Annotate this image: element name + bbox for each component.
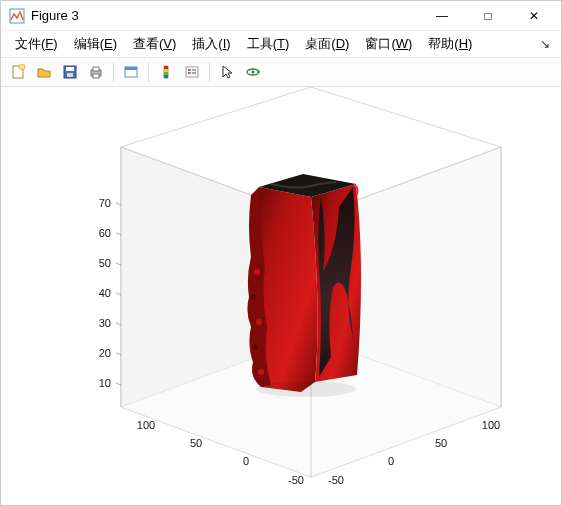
menu-insert[interactable]: 插入(I) [184,33,238,55]
svg-rect-0 [9,8,25,24]
svg-text:0: 0 [243,455,249,467]
svg-text:50: 50 [435,437,447,449]
svg-point-35 [256,319,262,325]
svg-text:50: 50 [99,257,111,269]
pointer-icon [219,64,235,80]
toolbar [1,57,561,87]
surface-object [247,174,361,397]
svg-text:70: 70 [99,197,111,209]
svg-text:30: 30 [99,317,111,329]
svg-text:-50: -50 [288,474,304,486]
svg-line-49 [116,293,121,295]
insert-colorbar-button[interactable] [154,60,178,84]
print-icon [88,64,104,80]
menu-window[interactable]: 窗口(W) [357,33,420,55]
svg-line-48 [116,323,121,325]
toolbar-separator [113,62,114,82]
svg-point-34 [251,295,256,300]
toolbar-separator [148,62,149,82]
menu-edit[interactable]: 编辑(E) [66,33,125,55]
menubar: 文件(F) 编辑(E) 查看(V) 插入(I) 工具(T) 桌面(D) 窗口(W… [1,31,561,57]
axes-3d[interactable]: 10 20 30 40 50 60 70 100 50 0 -50 [1,87,561,505]
menu-tools[interactable]: 工具(T) [239,33,298,55]
svg-line-47 [116,353,121,355]
legend-icon [184,64,200,80]
svg-point-36 [253,345,258,350]
close-button[interactable]: ✕ [511,1,557,31]
svg-point-33 [254,269,260,275]
svg-point-23 [252,71,255,74]
svg-text:50: 50 [190,437,202,449]
svg-line-52 [116,203,121,205]
print-button[interactable] [84,60,108,84]
svg-text:100: 100 [137,419,155,431]
save-icon [62,64,78,80]
svg-line-51 [116,233,121,235]
svg-point-3 [19,64,25,70]
svg-line-50 [116,263,121,265]
new-figure-button[interactable] [6,60,30,84]
figure-window: Figure 3 — □ ✕ 文件(F) 编辑(E) 查看(V) 插入(I) 工… [0,0,562,506]
svg-rect-16 [164,75,168,78]
minimize-button[interactable]: — [419,1,465,31]
window-title: Figure 3 [31,8,419,23]
svg-text:60: 60 [99,227,111,239]
svg-text:0: 0 [388,455,394,467]
svg-rect-5 [66,67,74,71]
menu-view[interactable]: 查看(V) [125,33,184,55]
menu-help[interactable]: 帮助(H) [420,33,480,55]
rotate-3d-button[interactable] [241,60,265,84]
rotate-3d-icon [245,64,261,80]
svg-rect-14 [164,69,168,72]
data-cursor-icon [123,64,139,80]
svg-line-46 [116,383,121,385]
titlebar[interactable]: Figure 3 — □ ✕ [1,1,561,31]
app-icon [9,8,25,24]
save-button[interactable] [58,60,82,84]
menu-overflow-icon[interactable]: ↘ [535,37,555,51]
svg-rect-15 [164,72,168,75]
svg-text:40: 40 [99,287,111,299]
new-figure-icon [10,64,26,80]
maximize-button[interactable]: □ [465,1,511,31]
svg-rect-6 [67,73,73,77]
svg-rect-9 [93,74,99,78]
edit-plot-button[interactable] [215,60,239,84]
svg-rect-17 [186,67,198,77]
colorbar-icon [158,64,174,80]
z-axis-ticks: 10 20 30 40 50 60 70 [99,197,121,389]
svg-text:10: 10 [99,377,111,389]
window-controls: — □ ✕ [419,1,557,31]
menu-file[interactable]: 文件(F) [7,33,66,55]
menu-desktop[interactable]: 桌面(D) [297,33,357,55]
open-button[interactable] [32,60,56,84]
svg-text:100: 100 [482,419,500,431]
open-icon [36,64,52,80]
svg-point-38 [256,381,356,397]
svg-rect-11 [125,67,137,70]
svg-text:20: 20 [99,347,111,359]
svg-point-37 [258,369,264,375]
insert-legend-button[interactable] [180,60,204,84]
data-cursor-button[interactable] [119,60,143,84]
svg-rect-13 [164,66,168,69]
toolbar-separator [209,62,210,82]
svg-rect-8 [93,67,99,71]
svg-text:-50: -50 [328,474,344,486]
